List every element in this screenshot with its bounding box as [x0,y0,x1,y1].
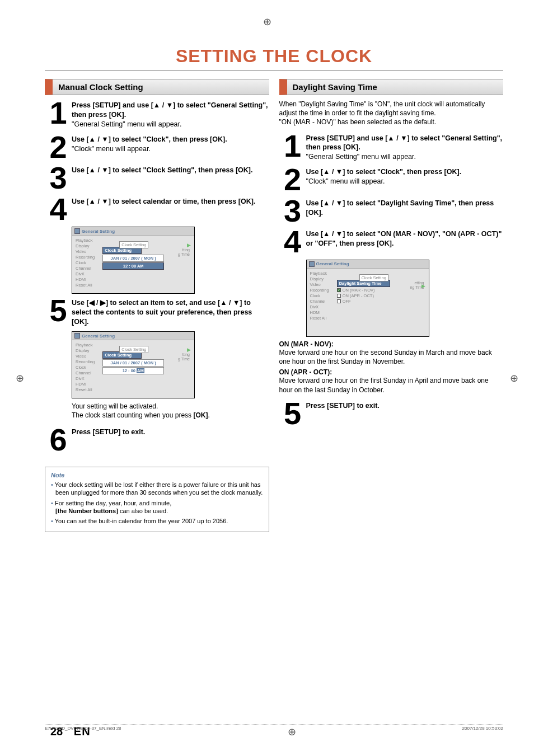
value-row: JAN / 01 / 2007 ( MON ) [102,359,164,367]
step: 1 Press [SETUP] and use [▲ / ▼] to selec… [279,133,504,162]
note-item: For setting the day, year, hour, and min… [51,499,263,515]
text: can also be used. [118,508,168,514]
footer-meta: E7H42UD_DVDR3506-37_EN.indd 28 ⊕ 2007/12… [45,724,503,738]
step-body: Use [▲ / ▼] to select "Clock", then pres… [306,166,462,193]
menu-left-list: Playback Display Video Recording Clock C… [74,342,96,392]
checkbox-icon [337,299,341,303]
truncated-text: g Time [178,357,190,361]
menu-item: Display [74,243,96,248]
menu-item: Display [309,276,330,281]
step-body: Use [▲ / ▼] to select "Clock Setting", t… [72,165,252,191]
page-title: SETTING THE CLOCK [45,46,503,67]
explanation-block: ON (MAR - NOV): Move forward one hour on… [279,340,504,395]
arrow-right-icon: ▶ [187,347,191,353]
value-row: JAN / 01 / 2007 ( MON ) [102,255,164,262]
step-body: Use [▲ / ▼] to select calendar or time, … [72,196,255,223]
step-number: 3 [279,198,306,224]
time-text: 12 : 00 [123,368,137,373]
key-label: [OK] [193,411,208,419]
text: Your setting will be activated. [72,402,158,410]
option-label: ON (MAR - NOV) [343,288,375,293]
sub-text: Move forward one hour on the second Sund… [279,348,504,366]
menu-screenshot: General Setting Playback Display Video R… [72,331,195,398]
note-box: Note Your clock setting will be lost if … [45,467,269,532]
step-note: "Clock" menu will appear. [306,177,385,185]
key-label: [the Number buttons] [55,508,118,514]
crop-mark-icon: ⊕ [263,16,271,28]
menu-item: Playback [74,342,96,348]
rule [45,70,503,71]
step-instruction: Use [▲ / ▼] to select "Daylight Saving T… [306,199,494,217]
col-right: Daylight Saving Time When "Daylight Savi… [279,79,504,532]
checkbox-icon [337,294,341,298]
step-number: 6 [45,426,72,453]
arrow-right-icon: ▶ [421,283,425,289]
step: 1 Press [SETUP] and use [▲ / ▼] to selec… [45,100,269,129]
step-instruction: Use [▲ / ▼] to select "Clock", then pres… [72,135,227,143]
menu-item: DivX [74,271,96,276]
note-title: Note [51,472,263,478]
step: 2 Use [▲ / ▼] to select "Clock", then pr… [279,166,504,193]
arrow-right-icon: ▶ [187,242,191,248]
step-instruction: Press [SETUP] and use [▲ / ▼] to select … [306,134,503,152]
footer-timestamp: 2007/12/28 10:53:02 [462,726,503,738]
step: 4 Use [▲ / ▼] to select calendar or time… [45,196,269,223]
step-instruction: Use [▲ / ▼] to select calendar or time, … [72,198,255,205]
value-row-time: 12 : 00 AM [102,262,164,270]
step-instruction: Use [▲ / ▼] to select "ON (MAR - NOV)", … [306,230,502,247]
step-body: Use [▲ / ▼] to select "ON (MAR - NOV)", … [306,228,504,255]
truncated-text: tting [182,248,190,252]
menu-item: Playback [309,271,330,276]
step-number: 5 [45,297,72,327]
menu-title: General Setting [72,227,194,236]
text: The clock start counting when you press [72,411,193,419]
step: 4 Use [▲ / ▼] to select "ON (MAR - NOV)"… [279,228,504,255]
step-number: 2 [45,134,72,161]
text: "ON (MAR - NOV)" has been selected as th… [279,118,437,126]
section-header: Manual Clock Setting [45,79,269,95]
crop-mark-icon: ⊕ [288,726,296,738]
crop-mark-icon: ⊕ [510,372,518,384]
step-body: Use [▲ / ▼] to select "Clock", then pres… [72,134,227,161]
step-note: "General Setting" menu will appear. [306,153,416,161]
menu-item: Recording [74,255,96,260]
step-number: 4 [279,228,306,255]
step-number: 4 [45,196,72,223]
crop-mark-icon: ⊕ [16,372,24,384]
menu-item: Video [309,282,330,287]
time-highlight: AM [137,368,144,373]
menu-body: Playback Display Video Recording Clock C… [72,236,194,293]
intro-text: When "Daylight Saving Time" is "ON", the… [279,100,504,127]
step: 6 Press [SETUP] to exit. [45,426,269,453]
step-note: Your setting will be activated. The cloc… [72,402,269,420]
menu-item: Reset All [74,283,96,288]
menu-item: Recording [309,288,330,293]
step: 2 Use [▲ / ▼] to select "Clock", then pr… [45,134,269,161]
step-number: 1 [45,100,72,129]
sub-heading: ON (MAR - NOV): [279,340,504,348]
option-label: OFF [343,299,351,304]
step-number: 5 [279,400,306,427]
menu-screenshot: General Setting Playback Display Video R… [72,227,195,294]
note-item: You can set the built-in calendar from t… [51,517,263,525]
col-left: Manual Clock Setting 1 Press [SETUP] and… [45,79,269,532]
step: 5 Use [◀ / ▶] to select an item to set, … [45,297,269,327]
menu-item: Playback [74,238,96,243]
footer-filename: E7H42UD_DVDR3506-37_EN.indd 28 [45,726,121,738]
menu-title: General Setting [72,332,194,340]
value-row-time: 12 : 00 AM [102,367,164,374]
menu-item: Clock [74,260,96,265]
columns: Manual Clock Setting 1 Press [SETUP] and… [45,79,503,532]
panel-label: Clock Setting [119,346,148,353]
page-content: SETTING THE CLOCK Manual Clock Setting 1… [45,46,503,706]
step-instruction: Press [SETUP] and use [▲ / ▼] to select … [72,101,268,119]
menu-left-list: Playback Display Video Recording Clock C… [74,238,96,288]
step: 3 Use [▲ / ▼] to select "Clock Setting",… [45,165,269,191]
text: . [208,411,209,419]
step-note: "Clock" menu will appear. [72,145,151,153]
note-list: Your clock setting will be lost if eithe… [51,481,263,525]
truncated-text: tting [182,353,190,356]
step-body: Use [◀ / ▶] to select an item to set, an… [72,297,269,327]
menu-item: Reset All [74,387,96,392]
step-instruction: Use [◀ / ▶] to select an item to set, an… [72,299,252,326]
